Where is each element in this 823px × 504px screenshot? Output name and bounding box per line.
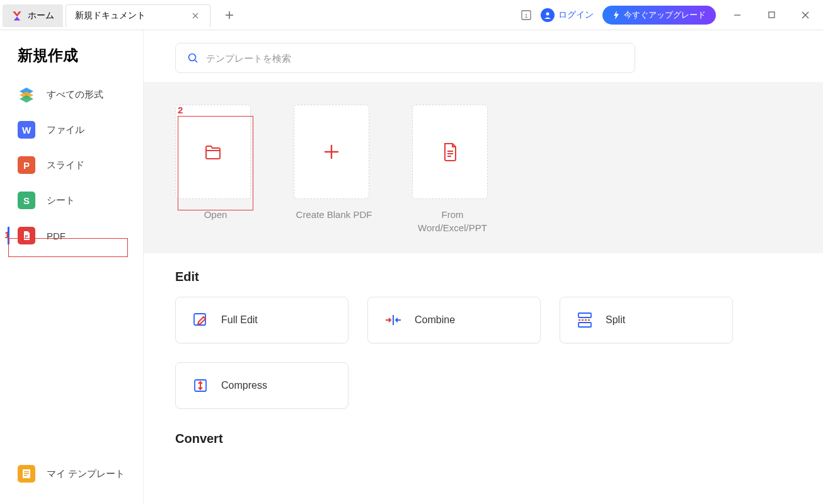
tool-combine[interactable]: Combine xyxy=(367,297,541,343)
action-label: From Word/Excel/PPT xyxy=(412,208,493,234)
titlebar: ホーム 新規ドキュメント 1 ログイン 今すぐアップグレード xyxy=(0,0,823,30)
svg-rect-6 xyxy=(24,471,29,472)
minimize-button[interactable] xyxy=(725,3,750,28)
action-label: Open xyxy=(175,208,256,221)
sidebar-item-sheet[interactable]: S シート xyxy=(0,183,143,218)
compress-icon xyxy=(192,377,209,394)
template-icon xyxy=(18,465,35,483)
action-create-blank[interactable]: Create Blank PDF xyxy=(294,105,374,234)
upgrade-button[interactable]: 今すぐアップグレード xyxy=(602,6,716,25)
sidebar-item-all-formats[interactable]: すべての形式 xyxy=(0,77,143,112)
tool-full-edit[interactable]: Full Edit xyxy=(175,297,348,343)
login-button[interactable]: ログイン xyxy=(541,8,594,22)
close-icon[interactable] xyxy=(190,10,201,21)
svg-text:1: 1 xyxy=(524,13,527,19)
maximize-button[interactable] xyxy=(759,3,784,28)
section-title: Edit xyxy=(175,270,791,284)
action-open-box[interactable] xyxy=(175,105,251,199)
search-box[interactable] xyxy=(175,43,635,73)
new-tab-button[interactable] xyxy=(219,5,239,25)
tool-compress[interactable]: Compress xyxy=(175,362,348,409)
pdf-icon: P xyxy=(18,227,35,244)
tool-label: Full Edit xyxy=(221,314,258,326)
svg-rect-7 xyxy=(24,473,29,474)
sidebar-item-label: すべての形式 xyxy=(47,89,103,101)
action-label: Create Blank PDF xyxy=(294,208,374,221)
layers-icon xyxy=(18,86,35,103)
window-count[interactable]: 1 xyxy=(521,9,532,21)
main-area: Open Create Blank PDF From Word/Excel/PP… xyxy=(144,30,823,504)
plus-icon xyxy=(323,143,340,161)
search-input[interactable] xyxy=(206,53,623,64)
svg-rect-11 xyxy=(578,313,591,318)
lightning-icon xyxy=(613,11,620,20)
page-title: 新規作成 xyxy=(0,45,143,77)
sidebar-item-file[interactable]: W ファイル xyxy=(0,112,143,147)
tab-home-label: ホーム xyxy=(28,10,54,21)
action-open[interactable]: Open xyxy=(175,105,256,234)
convert-section: Convert xyxy=(144,415,823,465)
edit-section: Edit Full Edit Combine Split Compress xyxy=(144,253,823,415)
svg-rect-12 xyxy=(578,323,591,327)
split-icon xyxy=(577,312,593,328)
action-create-box[interactable] xyxy=(294,105,369,199)
sidebar: 新規作成 すべての形式 W ファイル P スライド S シート P PDF xyxy=(0,30,144,504)
close-button[interactable] xyxy=(793,3,818,28)
action-from-office[interactable]: From Word/Excel/PPT xyxy=(412,105,493,234)
sidebar-item-label: シート xyxy=(47,195,75,207)
section-title: Convert xyxy=(175,432,791,446)
tab-document-label: 新規ドキュメント xyxy=(75,10,146,21)
svg-point-2 xyxy=(546,12,550,15)
svg-rect-8 xyxy=(24,475,27,476)
sidebar-item-label: マイ テンプレート xyxy=(47,468,125,480)
svg-rect-3 xyxy=(769,12,774,18)
folder-icon xyxy=(204,142,222,161)
login-label: ログイン xyxy=(558,9,594,21)
document-icon xyxy=(442,142,458,161)
tool-label: Compress xyxy=(221,380,267,391)
sidebar-item-templates[interactable]: マイ テンプレート xyxy=(0,456,144,491)
ppt-icon: P xyxy=(18,156,35,174)
upgrade-label: 今すぐアップグレード xyxy=(624,9,706,21)
actions-section: Open Create Blank PDF From Word/Excel/PP… xyxy=(144,82,823,253)
edit-icon xyxy=(192,312,209,328)
svg-text:P: P xyxy=(25,234,28,239)
word-icon: W xyxy=(18,121,35,139)
sidebar-item-label: ファイル xyxy=(47,124,84,136)
combine-icon xyxy=(384,312,402,328)
sidebar-item-pdf[interactable]: P PDF xyxy=(0,218,143,253)
tool-split[interactable]: Split xyxy=(560,297,733,343)
sidebar-item-slide[interactable]: P スライド xyxy=(0,147,143,183)
sidebar-item-label: スライド xyxy=(47,159,84,171)
tab-home[interactable]: ホーム xyxy=(3,4,63,27)
search-icon xyxy=(187,52,199,64)
sheet-icon: S xyxy=(18,192,35,209)
window-count-icon: 1 xyxy=(521,9,532,21)
tool-label: Combine xyxy=(415,314,455,326)
sidebar-item-label: PDF xyxy=(47,231,66,241)
tab-document[interactable]: 新規ドキュメント xyxy=(66,4,210,27)
tool-label: Split xyxy=(606,314,625,326)
action-from-box[interactable] xyxy=(412,105,488,199)
svg-point-9 xyxy=(189,54,196,61)
wps-logo-icon xyxy=(11,10,23,21)
avatar-icon xyxy=(541,8,555,22)
